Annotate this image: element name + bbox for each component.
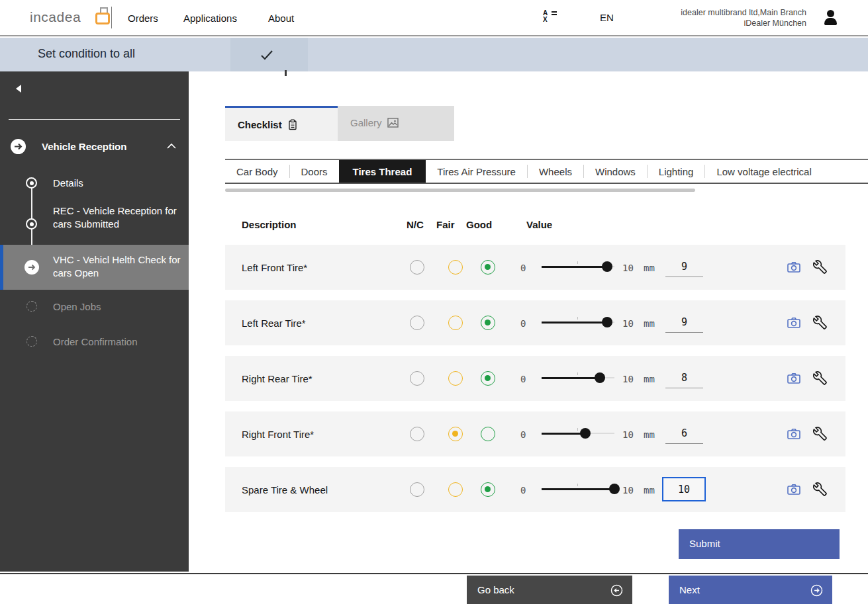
workflow-sidebar: Vehicle Reception Details REC - Vehicle … [0,71,189,572]
checklist-rows: Left Front Tire* 0 10 mm [225,245,845,512]
radio-fair[interactable] [448,371,463,386]
pending-step-label: Order Confirmation [53,335,185,349]
wrench-icon[interactable] [813,316,828,330]
user-avatar-icon[interactable] [821,9,840,27]
category-tab[interactable]: Low voltage electrical [705,160,822,183]
radio-nc[interactable] [410,260,424,275]
tread-depth-slider[interactable] [542,484,614,494]
category-tab[interactable]: Car Body [225,160,289,183]
value-input[interactable] [665,256,703,277]
arrow-left-circle-icon [610,584,623,597]
slider-unit-label: mm [644,374,655,384]
slider-thumb[interactable] [595,372,605,383]
slider-unit-label: mm [644,318,655,329]
slider-thumb[interactable] [602,317,612,327]
radio-good[interactable] [481,316,495,330]
value-input[interactable] [665,367,703,388]
condition-dropdown[interactable] [230,38,308,71]
slider-max-label: 10 [622,318,634,329]
tread-depth-slider[interactable] [542,261,614,272]
wrench-icon[interactable] [813,371,828,386]
radio-fair[interactable] [448,260,463,275]
radio-good[interactable] [481,427,495,441]
slider-thumb[interactable] [602,261,612,272]
radio-good[interactable] [481,371,495,386]
step-done-icon [26,177,37,189]
radio-fair[interactable] [448,427,463,441]
go-back-button[interactable]: Go back [467,576,632,604]
category-tab[interactable]: Tires Air Pressure [426,160,527,183]
gallery-image-icon [387,118,399,128]
value-input[interactable] [665,312,703,333]
tab-checklist[interactable]: Checklist [225,106,338,141]
sidebar-step-details[interactable]: Details [53,177,185,190]
col-header-nc: N/C [407,219,424,230]
camera-icon[interactable] [787,260,801,275]
nav-about[interactable]: About [268,13,294,24]
clipped-text-fragment [285,70,287,76]
wrench-icon[interactable] [813,482,828,497]
camera-icon[interactable] [787,316,801,330]
account-line2: iDealer München [634,18,806,28]
section-label: Vehicle Reception [42,141,126,152]
col-header-good: Good [466,219,492,230]
horizontal-scrollbar[interactable] [225,189,695,192]
radio-nc[interactable] [410,316,424,330]
checklist-row: Right Front Tire* 0 10 mm [225,411,845,456]
slider-unit-label: mm [644,263,655,273]
set-condition-bar: Set condition to all [0,38,868,71]
tread-depth-slider[interactable] [542,428,614,439]
check-icon [260,48,274,62]
chevron-up-icon[interactable] [167,143,176,149]
nav-orders[interactable]: Orders [128,13,158,24]
collapse-sidebar-icon[interactable] [16,85,21,93]
slider-thumb[interactable] [609,484,620,494]
category-tab[interactable]: Doors [290,160,339,183]
set-condition-label: Set condition to all [38,47,135,61]
checklist-row: Left Front Tire* 0 10 mm [225,245,845,290]
nav-applications[interactable]: Applications [183,13,237,24]
tread-depth-slider[interactable] [542,372,614,383]
tab-gallery[interactable]: Gallery [338,106,454,141]
category-tabs: Car BodyDoorsTires ThreadTires Air Press… [225,159,868,184]
category-tab[interactable]: Wheels [528,160,583,183]
translate-sort-icon[interactable]: AX [543,10,560,26]
sidebar-step-rec[interactable]: REC - Vehicle Reception for cars Submitt… [53,204,185,231]
submit-button[interactable]: Submit [679,529,840,559]
slider-max-label: 10 [622,374,634,384]
step-pending-icon [26,301,37,312]
radio-nc[interactable] [410,427,424,441]
value-input[interactable] [665,423,703,444]
language-selector[interactable]: EN [600,12,614,23]
slider-min-label: 0 [520,485,526,496]
camera-icon[interactable] [787,371,801,386]
radio-fair[interactable] [448,316,463,330]
active-step-stripe [0,245,3,290]
category-tab[interactable]: Lighting [648,160,705,183]
value-input[interactable] [662,477,706,501]
checklist-row: Spare Tire & Wheel 0 10 mm [225,467,845,512]
wrench-icon[interactable] [813,260,828,275]
radio-fair[interactable] [448,482,463,497]
wrench-icon[interactable] [813,427,828,441]
incadea-logo: incadea [30,9,81,25]
radio-nc[interactable] [410,482,424,497]
radio-good[interactable] [481,482,495,497]
category-tab[interactable]: Tires Thread [339,160,426,183]
slider-unit-label: mm [644,429,655,440]
radio-good[interactable] [481,260,495,275]
category-tab[interactable]: Windows [584,160,647,183]
tread-depth-slider[interactable] [542,317,614,327]
slider-thumb[interactable] [580,428,591,439]
camera-icon[interactable] [787,427,801,441]
slider-min-label: 0 [520,429,526,440]
col-header-value: Value [526,219,552,230]
slider-max-label: 10 [622,263,634,273]
next-button[interactable]: Next [669,576,832,604]
sidebar-section-vehicle-reception[interactable]: Vehicle Reception [0,136,189,163]
gallery-tab-label: Gallery [350,117,382,128]
camera-icon[interactable] [787,482,801,497]
radio-nc[interactable] [410,371,424,386]
sidebar-step-vhc-active[interactable]: VHC - Vehicl Helth Check for cars Open [0,245,189,290]
slider-max-label: 10 [622,485,634,496]
